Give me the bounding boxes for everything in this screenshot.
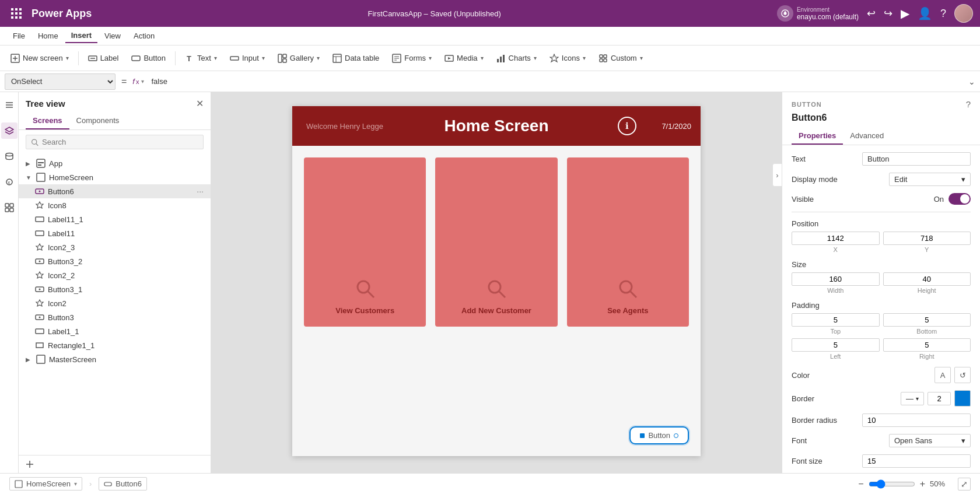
tree-search-input[interactable]: [42, 138, 198, 146]
tree-item-label1-1[interactable]: Label1_1: [19, 324, 211, 338]
color-refresh-btn[interactable]: ↺: [954, 367, 971, 383]
right-panel-tab-advanced[interactable]: Advanced: [843, 128, 891, 145]
tree-item-icon8-label: Icon8: [48, 201, 66, 210]
zoom-out-btn[interactable]: −: [858, 479, 863, 489]
menu-insert[interactable]: Insert: [65, 29, 97, 43]
user-icon[interactable]: 👤: [918, 6, 932, 20]
canvas-button-element[interactable]: Button: [629, 426, 689, 444]
avatar[interactable]: [954, 4, 973, 23]
svg-rect-71: [37, 355, 45, 363]
prop-input-padding-top[interactable]: [792, 313, 880, 327]
formula-input[interactable]: [148, 76, 965, 87]
toggle-visible[interactable]: [949, 193, 971, 205]
border-style-select[interactable]: —▾: [901, 392, 924, 405]
status-component-btn[interactable]: Button6: [99, 477, 147, 491]
tree-tab-components[interactable]: Components: [69, 113, 127, 129]
prop-input-width[interactable]: [792, 272, 880, 286]
tree-add-screen-btn[interactable]: [19, 455, 211, 473]
sidebar-icon-vars[interactable]: x: [1, 174, 18, 190]
tree-item-button6[interactable]: Button6 ···: [19, 184, 211, 198]
svg-marker-63: [36, 272, 43, 278]
tree-item-label11-1[interactable]: Label11_1: [19, 212, 211, 226]
border-color-swatch[interactable]: [954, 390, 971, 407]
button-handle-left[interactable]: [640, 433, 645, 438]
color-swatch-text-btn[interactable]: A: [935, 367, 951, 383]
zoom-slider[interactable]: [869, 479, 915, 489]
forms-btn[interactable]: Forms ▾: [386, 51, 438, 65]
svg-rect-17: [230, 57, 239, 60]
tree-item-icon8[interactable]: Icon8: [19, 198, 211, 212]
media-btn[interactable]: Media ▾: [439, 51, 489, 65]
prop-input-pos-x[interactable]: [792, 232, 880, 245]
svg-rect-52: [38, 162, 44, 163]
tree-item-button3[interactable]: Button3: [19, 310, 211, 324]
tree-item-label11[interactable]: Label11: [19, 226, 211, 240]
tree-item-icon2-3[interactable]: Icon2_3: [19, 240, 211, 254]
help-icon[interactable]: ?: [940, 8, 946, 20]
tree-item-masterscreen[interactable]: ▶ MasterScreen: [19, 352, 211, 366]
sidebar-icon-components[interactable]: [1, 199, 18, 216]
charts-btn[interactable]: Charts ▾: [491, 51, 542, 65]
menu-view[interactable]: View: [99, 29, 127, 43]
button-btn[interactable]: Button: [125, 51, 172, 65]
tree-close-btn[interactable]: ✕: [196, 98, 204, 109]
prop-input-padding-bottom[interactable]: [883, 313, 971, 327]
canvas-card-see-agents[interactable]: See Agents: [567, 157, 689, 327]
right-panel-help-icon[interactable]: ?: [966, 99, 971, 109]
input-btn[interactable]: Input ▾: [224, 51, 271, 65]
menu-home[interactable]: Home: [32, 29, 64, 43]
app-grid-icon[interactable]: [7, 4, 26, 23]
new-screen-caret: ▾: [66, 55, 69, 61]
data-table-btn[interactable]: Data table: [327, 51, 385, 65]
prop-input-border-radius[interactable]: [862, 414, 971, 427]
prop-input-padding-right[interactable]: [883, 338, 971, 352]
right-panel-tab-properties[interactable]: Properties: [792, 128, 843, 145]
sidebar-icon-menu[interactable]: [1, 97, 18, 113]
sidebar-icon-layers[interactable]: [1, 122, 18, 139]
gallery-btn[interactable]: Gallery ▾: [272, 51, 326, 65]
label-btn[interactable]: Label: [82, 51, 125, 65]
prop-select-display-mode[interactable]: Edit ▾: [889, 173, 971, 186]
button-handle-right[interactable]: [674, 433, 678, 438]
tree-item-rectangle1-1[interactable]: Rectangle1_1: [19, 338, 211, 352]
prop-sublabel-height: Height: [883, 287, 971, 294]
svg-line-79: [630, 291, 636, 297]
prop-input-text[interactable]: [862, 152, 971, 166]
tree-tab-screens[interactable]: Screens: [26, 113, 69, 129]
tree-item-homescreen[interactable]: ▼ HomeScreen: [19, 170, 211, 184]
canvas-info-icon[interactable]: ℹ: [618, 117, 636, 135]
canvas-area: Welcome Henry Legge Home Screen ℹ 7/1/20…: [211, 92, 782, 473]
font-select[interactable]: Open Sans ▾: [889, 434, 971, 447]
tree-item-button3-label: Button3: [48, 313, 74, 322]
tree-item-button3-1[interactable]: Button3_1: [19, 282, 211, 296]
tree-item-icon2[interactable]: Icon2: [19, 296, 211, 310]
app-canvas[interactable]: Welcome Henry Legge Home Screen ℹ 7/1/20…: [292, 106, 701, 456]
prop-input-padding-left[interactable]: [792, 338, 880, 352]
canvas-card-add-customer[interactable]: Add New Customer: [435, 157, 557, 327]
prop-input-height[interactable]: [883, 272, 971, 286]
formula-expand-icon[interactable]: ⌄: [968, 77, 975, 86]
tree-item-app[interactable]: ▶ App: [19, 156, 211, 170]
tree-item-button3-2[interactable]: Button3_2: [19, 254, 211, 268]
tree-item-icon2-2[interactable]: Icon2_2: [19, 268, 211, 282]
prop-input-pos-y[interactable]: [883, 232, 971, 245]
text-btn[interactable]: T Text ▾: [179, 51, 223, 65]
sidebar-icon-data[interactable]: [1, 148, 18, 164]
canvas-card-view-customers[interactable]: View Customers: [304, 157, 426, 327]
icons-btn[interactable]: Icons ▾: [544, 51, 592, 65]
formula-property-select[interactable]: OnSelect: [5, 73, 116, 90]
zoom-in-btn[interactable]: +: [920, 479, 925, 489]
prop-input-font-size[interactable]: [862, 454, 971, 468]
svg-rect-45: [5, 204, 9, 207]
preview-icon[interactable]: ▶: [901, 6, 909, 20]
menu-action[interactable]: Action: [128, 29, 160, 43]
prop-input-border-width[interactable]: [928, 392, 951, 405]
zoom-fit-btn[interactable]: ⤢: [958, 478, 971, 491]
custom-btn[interactable]: Custom ▾: [593, 51, 649, 65]
redo-icon[interactable]: ↪: [884, 7, 892, 20]
new-screen-btn[interactable]: New screen ▾: [5, 51, 75, 65]
undo-icon[interactable]: ↩: [867, 7, 876, 20]
tree-item-button6-menu[interactable]: ···: [197, 187, 204, 196]
menu-file[interactable]: File: [7, 29, 31, 43]
status-screen-btn[interactable]: HomeScreen ▾: [9, 477, 82, 491]
